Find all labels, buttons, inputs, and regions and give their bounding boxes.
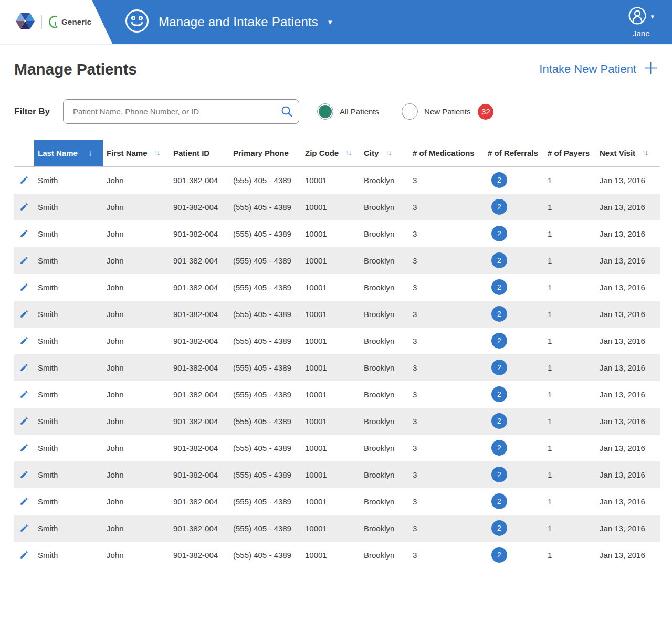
cell-primary-phone: (555) 405 - 4389	[229, 354, 301, 381]
cell-city: Brooklyn	[360, 542, 409, 569]
edit-row-button[interactable]	[19, 175, 29, 185]
edit-row-button[interactable]	[19, 202, 29, 212]
cell-last-name: Smith	[34, 515, 103, 542]
referrals-badge: 2	[491, 520, 507, 536]
cell-first-name: John	[103, 488, 170, 515]
edit-row-button[interactable]	[19, 229, 29, 238]
cell-next-visit: Jan 13, 2016	[596, 542, 660, 569]
plus-icon	[644, 61, 658, 78]
cell-medications: 3	[409, 408, 484, 435]
cell-primary-phone: (555) 405 - 4389	[229, 247, 301, 274]
cell-referrals: 2	[484, 167, 544, 194]
edit-row-button[interactable]	[19, 282, 29, 292]
cell-zip-code: 10001	[301, 301, 360, 328]
cell-medications: 3	[409, 461, 484, 488]
cell-next-visit: Jan 13, 2016	[596, 220, 660, 247]
cell-patient-id: 901-382-004	[170, 408, 229, 435]
referrals-badge: 2	[491, 547, 507, 563]
all-patients-radio[interactable]: All Patients	[317, 103, 379, 120]
cell-last-name: Smith	[34, 220, 103, 247]
cell-city: Brooklyn	[360, 274, 409, 301]
referrals-badge: 2	[491, 360, 507, 375]
edit-row-button[interactable]	[19, 550, 29, 560]
cell-zip-code: 10001	[301, 247, 360, 274]
edit-row-button[interactable]	[19, 309, 29, 319]
table-row: Smith John 901-382-004 (555) 405 - 4389 …	[14, 515, 660, 542]
cell-medications: 3	[409, 488, 484, 515]
new-patients-label: New Patients	[424, 107, 470, 116]
edit-row-button[interactable]	[19, 443, 29, 452]
edit-row-button[interactable]	[19, 416, 29, 426]
table-row: Smith John 901-382-004 (555) 405 - 4389 …	[14, 354, 660, 381]
cell-referrals: 2	[484, 247, 544, 274]
col-first-name[interactable]: First Name↑↓	[103, 140, 170, 167]
cell-first-name: John	[103, 461, 170, 488]
cell-last-name: Smith	[34, 408, 103, 435]
sort-desc-icon: ↓	[88, 148, 93, 159]
cell-primary-phone: (555) 405 - 4389	[229, 488, 301, 515]
edit-row-button[interactable]	[19, 336, 29, 345]
edit-row-button[interactable]	[19, 470, 29, 479]
cell-payers: 1	[544, 220, 596, 247]
col-zip-code[interactable]: Zip Code↑↓	[301, 140, 360, 167]
edit-row-button[interactable]	[19, 256, 29, 265]
patient-search-input[interactable]	[63, 99, 299, 124]
col-last-name[interactable]: Last Name ↓	[34, 140, 103, 167]
cell-referrals: 2	[484, 515, 544, 542]
cell-medications: 3	[409, 542, 484, 569]
cell-zip-code: 10001	[301, 167, 360, 194]
cell-city: Brooklyn	[360, 301, 409, 328]
cell-next-visit: Jan 13, 2016	[596, 328, 660, 354]
cell-payers: 1	[544, 515, 596, 542]
cell-payers: 1	[544, 354, 596, 381]
table-row: Smith John 901-382-004 (555) 405 - 4389 …	[14, 408, 660, 435]
cell-patient-id: 901-382-004	[170, 194, 229, 220]
sort-icon: ↑↓	[154, 149, 160, 157]
cell-zip-code: 10001	[301, 461, 360, 488]
sort-icon: ↑↓	[385, 149, 391, 157]
table-row: Smith John 901-382-004 (555) 405 - 4389 …	[14, 194, 660, 220]
cell-zip-code: 10001	[301, 542, 360, 569]
edit-row-button[interactable]	[19, 363, 29, 372]
col-next-visit[interactable]: Next Visit↑↓	[596, 140, 660, 167]
cell-last-name: Smith	[34, 328, 103, 354]
cell-next-visit: Jan 13, 2016	[596, 408, 660, 435]
table-row: Smith John 901-382-004 (555) 405 - 4389 …	[14, 435, 660, 461]
table-row: Smith John 901-382-004 (555) 405 - 4389 …	[14, 461, 660, 488]
cell-payers: 1	[544, 488, 596, 515]
search-icon[interactable]	[281, 106, 293, 119]
intake-new-patient-label: Intake New Patient	[539, 62, 636, 76]
cell-referrals: 2	[484, 194, 544, 220]
intake-new-patient-button[interactable]: Intake New Patient	[539, 61, 658, 78]
col-payers: # of Payers	[544, 140, 596, 167]
app-title-dropdown[interactable]: Manage and Intake Patients ▾	[124, 8, 332, 36]
cell-zip-code: 10001	[301, 354, 360, 381]
cell-city: Brooklyn	[360, 247, 409, 274]
cell-referrals: 2	[484, 435, 544, 461]
cell-primary-phone: (555) 405 - 4389	[229, 301, 301, 328]
cell-primary-phone: (555) 405 - 4389	[229, 328, 301, 354]
cell-medications: 3	[409, 167, 484, 194]
cell-payers: 1	[544, 381, 596, 408]
cell-last-name: Smith	[34, 247, 103, 274]
col-city[interactable]: City↑↓	[360, 140, 409, 167]
col-referrals: # of Referrals	[484, 140, 544, 167]
cell-primary-phone: (555) 405 - 4389	[229, 194, 301, 220]
edit-row-button[interactable]	[19, 497, 29, 506]
referrals-badge: 2	[491, 440, 507, 456]
smiley-icon	[124, 8, 150, 36]
cell-last-name: Smith	[34, 461, 103, 488]
referrals-badge: 2	[491, 226, 507, 241]
cell-first-name: John	[103, 220, 170, 247]
referrals-badge: 2	[491, 333, 507, 349]
edit-row-button[interactable]	[19, 523, 29, 533]
user-menu[interactable]: ▾ Jane	[628, 6, 654, 38]
referrals-badge: 2	[491, 252, 507, 268]
cell-city: Brooklyn	[360, 354, 409, 381]
cell-patient-id: 901-382-004	[170, 461, 229, 488]
edit-row-button[interactable]	[19, 390, 29, 399]
new-patients-radio[interactable]: New Patients 32	[402, 103, 494, 120]
table-row: Smith John 901-382-004 (555) 405 - 4389 …	[14, 301, 660, 328]
cell-patient-id: 901-382-004	[170, 274, 229, 301]
cell-payers: 1	[544, 542, 596, 569]
